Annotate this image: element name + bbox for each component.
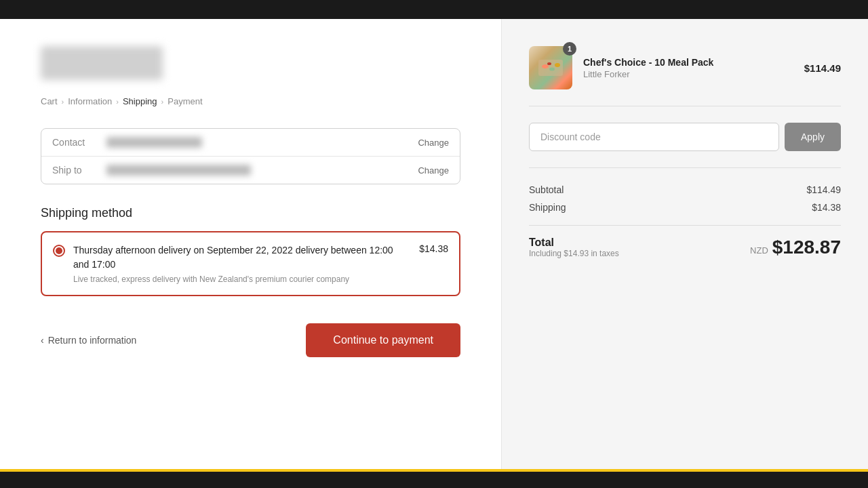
svg-point-1 — [542, 64, 549, 68]
shipping-radio[interactable] — [53, 245, 65, 257]
total-currency: NZD — [750, 245, 768, 256]
bottom-actions: ‹ Return to information Continue to paym… — [41, 323, 460, 357]
right-panel: 1 Chef's Choice - 10 Meal Pack Little Fo… — [502, 19, 868, 469]
subtotal-value: $114.49 — [806, 184, 841, 195]
shipping-value: $14.38 — [812, 202, 841, 213]
total-price-wrap: NZD $128.87 — [750, 237, 841, 258]
contact-value: george@example.com — [106, 137, 418, 148]
total-label-wrap: Total Including $14.93 in taxes — [529, 237, 619, 258]
breadcrumb-sep-3: › — [161, 98, 164, 106]
product-name: Chef's Choice - 10 Meal Pack — [583, 57, 793, 68]
contact-label: Contact — [52, 137, 106, 148]
breadcrumb-shipping[interactable]: Shipping — [123, 96, 157, 106]
shipping-option[interactable]: Thursday afternoon delivery on September… — [41, 231, 460, 296]
subtotal-row: Subtotal $114.49 — [529, 184, 841, 195]
info-card: Contact george@example.com Change Ship t… — [41, 128, 460, 184]
breadcrumb-cart[interactable]: Cart — [41, 96, 58, 106]
contact-change-link[interactable]: Change — [418, 138, 449, 148]
product-info: Chef's Choice - 10 Meal Pack Little Fork… — [583, 57, 793, 79]
return-arrow-icon: ‹ — [41, 335, 44, 346]
totals-section: Subtotal $114.49 Shipping $14.38 Total I… — [529, 184, 841, 258]
svg-point-2 — [549, 68, 555, 71]
product-image-wrap: 1 — [529, 46, 572, 89]
discount-row: Apply — [529, 123, 841, 151]
apply-discount-button[interactable]: Apply — [785, 123, 841, 151]
total-amount: $128.87 — [772, 237, 841, 258]
continue-to-payment-button[interactable]: Continue to payment — [306, 323, 460, 357]
svg-point-3 — [555, 63, 560, 67]
breadcrumb-information[interactable]: Information — [68, 96, 112, 106]
bottom-bar — [0, 469, 868, 488]
shipping-sub-text: Live tracked, express delivery with New … — [73, 274, 411, 284]
total-row: Total Including $14.93 in taxes NZD $128… — [529, 225, 841, 258]
divider-1 — [529, 106, 841, 106]
subtotal-label: Subtotal — [529, 184, 564, 195]
shipto-value: 123 Example Street, New Zealand — [106, 165, 418, 176]
return-label: Return to information — [48, 335, 137, 346]
breadcrumb-sep-2: › — [116, 98, 119, 106]
shipping-radio-inner — [56, 247, 62, 254]
bottom-accent — [0, 469, 868, 472]
shipping-details: Thursday afternoon delivery on September… — [73, 243, 411, 284]
divider-2 — [529, 167, 841, 168]
breadcrumb-payment: Payment — [167, 96, 202, 106]
shipping-method-title: Shipping method — [41, 206, 460, 220]
discount-code-input[interactable] — [529, 123, 779, 151]
shipping-label: Shipping — [529, 202, 566, 213]
product-row: 1 Chef's Choice - 10 Meal Pack Little Fo… — [529, 46, 841, 89]
contact-row: Contact george@example.com Change — [41, 129, 460, 156]
breadcrumb: Cart › Information › Shipping › Payment — [41, 96, 460, 106]
total-label: Total — [529, 237, 619, 249]
logo-area — [41, 46, 460, 80]
shipto-row: Ship to 123 Example Street, New Zealand … — [41, 156, 460, 184]
breadcrumb-sep-1: › — [62, 98, 64, 106]
shipto-change-link[interactable]: Change — [418, 165, 449, 176]
shipping-main-text: Thursday afternoon delivery on September… — [73, 243, 411, 272]
shipping-row: Shipping $14.38 — [529, 202, 841, 213]
top-bar — [0, 0, 868, 19]
product-price: $114.49 — [804, 62, 841, 74]
shipping-option-price: $14.38 — [419, 243, 448, 254]
product-thumbnail-icon — [537, 54, 564, 81]
svg-point-4 — [547, 62, 551, 65]
left-panel: Cart › Information › Shipping › Payment … — [0, 19, 502, 469]
product-subtitle: Little Forker — [583, 69, 793, 79]
shipto-label: Ship to — [52, 165, 106, 176]
return-to-information-link[interactable]: ‹ Return to information — [41, 335, 136, 346]
logo — [41, 46, 163, 80]
total-sublabel: Including $14.93 in taxes — [529, 249, 619, 258]
shipping-method-section: Shipping method Thursday afternoon deliv… — [41, 206, 460, 296]
product-quantity-badge: 1 — [563, 42, 576, 56]
